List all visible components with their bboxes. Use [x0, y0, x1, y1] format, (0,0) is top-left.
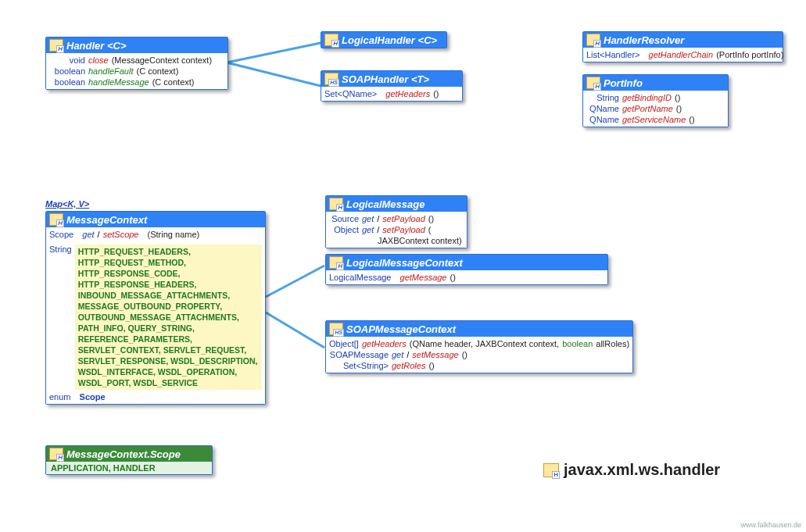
- class-title: HandlerResolver: [604, 34, 684, 46]
- type-param: <C>: [107, 40, 127, 52]
- class-header: SOAPHandler <T>: [321, 71, 462, 87]
- map-link[interactable]: Map<K, V>: [45, 199, 89, 209]
- class-message-context-scope: MessageContext.Scope APPLICATION, HANDLE…: [45, 445, 213, 475]
- class-soap-message-context: SOAPMessageContext Object[]getHeaders (Q…: [325, 320, 633, 373]
- svg-line-3: [266, 312, 324, 348]
- class-title: SOAPMessageContext: [346, 323, 456, 335]
- class-header: Handler <C>: [46, 37, 227, 53]
- class-handler-resolver: HandlerResolver List<Handler> getHandler…: [582, 31, 783, 62]
- class-title: PortInfo: [604, 77, 643, 89]
- class-logical-message: LogicalMessage Sourceget/setPayload() Ob…: [325, 195, 467, 248]
- interface-icon: [586, 34, 600, 46]
- package-icon: [543, 463, 559, 477]
- interface-icon: [324, 34, 339, 46]
- class-title: SOAPHandler: [342, 73, 408, 85]
- interface-icon: [329, 256, 343, 269]
- enum-icon: [49, 448, 63, 460]
- type-param: <T>: [411, 73, 429, 85]
- class-port-info: PortInfo StringgetBindingID() QNamegetPo…: [582, 74, 729, 127]
- class-body: voidclose(MessageContext context) boolea…: [46, 53, 227, 89]
- class-logical-message-context: LogicalMessageContext LogicalMessage get…: [325, 254, 608, 285]
- svg-line-2: [266, 266, 324, 297]
- interface-icon: [49, 39, 63, 52]
- class-title: Handler: [66, 40, 104, 52]
- class-soap-handler: SOAPHandler <T> Set<QName> getHeaders(): [321, 70, 463, 102]
- svg-line-0: [227, 43, 321, 62]
- constants-block: HTTP_REQUEST_HEADERS, HTTP_REQUEST_METHO…: [75, 245, 262, 390]
- class-title: MessageContext.Scope: [66, 448, 181, 460]
- interface-icon: [586, 77, 600, 89]
- interface-icon: [329, 323, 343, 335]
- interface-icon: [49, 213, 63, 226]
- class-title: LogicalHandler: [342, 34, 415, 46]
- svg-line-1: [227, 62, 321, 86]
- class-handler: Handler <C> voidclose(MessageContext con…: [45, 37, 228, 90]
- class-title: LogicalMessageContext: [346, 257, 463, 269]
- interface-icon: [324, 73, 339, 85]
- class-title: MessageContext: [66, 214, 147, 226]
- type-param: <C>: [418, 34, 438, 46]
- package-name: javax.xml.ws.handler: [564, 461, 720, 479]
- footer-link[interactable]: www.falkhausen.de: [740, 521, 801, 529]
- package-title: javax.xml.ws.handler: [543, 461, 720, 479]
- class-logical-handler: LogicalHandler <C>: [321, 31, 447, 48]
- class-message-context: MessageContext Scope get/setScope (Strin…: [45, 211, 266, 405]
- class-header: LogicalHandler <C>: [321, 32, 446, 48]
- enum-values: APPLICATION, HANDLER: [46, 462, 212, 474]
- interface-icon: [329, 198, 343, 210]
- class-title: LogicalMessage: [346, 198, 424, 210]
